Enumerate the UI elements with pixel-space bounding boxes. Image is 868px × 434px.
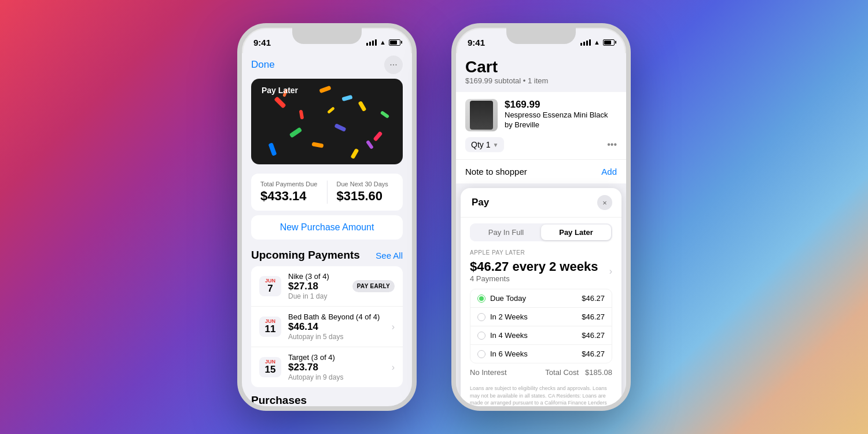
pay-full-option[interactable]: Pay In Full — [471, 225, 541, 240]
more-icon: ··· — [389, 60, 397, 70]
payment-item-target[interactable]: JUN 15 Target (3 of 4) $23.78 Autopay in… — [251, 347, 403, 387]
purchases-section: Purchases — [242, 387, 412, 406]
status-bar-1: 9:41 ▲ — [242, 28, 412, 53]
signal-icon-2 — [580, 39, 591, 46]
payment-item-nike[interactable]: JUN 7 Nike (3 of 4) $27.18 Due in 1 day … — [251, 266, 403, 307]
chevron-right-icon: › — [392, 322, 395, 332]
battery-icon — [389, 39, 400, 46]
cart-item-section: $169.99 Nespresso Essenza Mini Black by … — [456, 92, 626, 159]
nav-bar: Done ··· — [242, 53, 412, 79]
qty-selector[interactable]: Qty 1 ▼ — [465, 137, 504, 152]
pay-later-option[interactable]: Pay Later — [541, 225, 611, 240]
wifi-icon-2: ▲ — [594, 39, 600, 46]
card-logo-text: Pay Later — [262, 86, 298, 95]
payment-info-bbb: Bed Bath & Beyond (4 of 4) $46.14 Autopa… — [288, 312, 385, 341]
done-button[interactable]: Done — [251, 59, 275, 71]
phone1-content: Done ··· Pay Later Total Payments Due $4… — [242, 53, 412, 406]
payment-amount: $23.78 — [288, 362, 385, 373]
nespresso-product-icon — [470, 101, 493, 130]
card-logo: Pay Later — [259, 86, 298, 95]
schedule-amount-0: $46.27 — [582, 294, 605, 303]
payment-mode-selector[interactable]: Pay In Full Pay Later — [470, 223, 612, 241]
schedule-label-2: In 4 Weeks — [490, 331, 577, 340]
date-badge-target: JUN 15 — [259, 357, 281, 377]
purchases-title: Purchases — [251, 394, 403, 406]
schedule-amount-2: $46.27 — [582, 331, 605, 340]
cart-subtitle: $169.99 subtotal • 1 item — [465, 76, 617, 85]
note-section: Note to shopper Add — [456, 159, 626, 183]
merchant-name: Bed Bath & Beyond (4 of 4) — [288, 312, 385, 321]
radio-icon-3 — [477, 350, 486, 358]
confetti-piece — [327, 106, 335, 114]
new-purchase-button[interactable]: New Purchase Amount — [251, 215, 403, 240]
date-badge-nike: JUN 7 — [259, 276, 281, 296]
payment-sub: Autopay in 5 days — [288, 333, 385, 341]
plan-chevron-icon: › — [609, 266, 612, 277]
total-payments-label: Total Payments Due — [260, 181, 318, 187]
confetti-piece — [289, 127, 302, 138]
schedule-row-0: Due Today $46.27 — [470, 289, 612, 308]
status-icons: ▲ — [366, 39, 400, 46]
merchant-name: Nike (3 of 4) — [288, 272, 345, 281]
note-label: Note to shopper — [465, 167, 527, 176]
schedule-label-3: In 6 Weeks — [490, 350, 577, 358]
qty-chevron-icon: ▼ — [492, 142, 498, 148]
phone-1: 9:41 ▲ Done ··· Pay — [237, 23, 417, 411]
payment-schedule: Due Today $46.27 In 2 Weeks $46.27 In 4 … — [470, 289, 612, 363]
status-icons-2: ▲ — [580, 39, 615, 46]
radio-icon-1 — [477, 313, 486, 321]
note-add-button[interactable]: Add — [601, 167, 617, 176]
stat-divider — [327, 181, 328, 204]
item-brand: by Breville — [505, 120, 617, 130]
apple-pay-sheet: Pay × Pay In Full Pay Later APPLE PAY LA… — [461, 188, 621, 411]
item-price: $169.99 — [505, 99, 617, 111]
upcoming-payments-title: Upcoming Payments — [251, 249, 360, 262]
stats-section: Total Payments Due $433.14 Due Next 30 D… — [251, 174, 403, 211]
plan-count: 4 Payments — [470, 274, 598, 283]
phone-2: 9:41 ▲ Cart $169.99 subtotal • 1 item — [451, 23, 631, 411]
total-payments-value: $433.14 — [260, 189, 318, 204]
item-name: Nespresso Essenza Mini Black — [505, 111, 617, 120]
payment-plan[interactable]: $46.27 every 2 weeks 4 Payments › — [461, 256, 621, 289]
see-all-button[interactable]: See All — [376, 251, 403, 260]
cart-controls: Qty 1 ▼ ••• — [465, 137, 617, 152]
due-next-stat: Due Next 30 Days $315.60 — [337, 181, 394, 204]
product-image — [465, 99, 498, 131]
confetti-piece — [342, 94, 353, 101]
pay-early-button[interactable]: PAY EARLY — [352, 280, 395, 292]
item-more-icon[interactable]: ••• — [607, 139, 617, 150]
total-cost-row: No Interest Total Cost $185.08 — [461, 363, 621, 381]
payment-sub: Due in 1 day — [288, 292, 345, 300]
confetti-piece — [365, 140, 373, 150]
sheet-header: Pay × — [461, 188, 621, 218]
confetti-piece — [269, 143, 277, 156]
due-next-label: Due Next 30 Days — [337, 181, 394, 187]
close-button[interactable]: × — [597, 195, 612, 210]
payment-info-target: Target (3 of 4) $23.78 Autopay in 9 days — [288, 353, 385, 381]
confetti-piece — [358, 101, 367, 112]
qty-label: Qty 1 — [471, 140, 490, 149]
payment-list: JUN 7 Nike (3 of 4) $27.18 Due in 1 day … — [251, 266, 403, 387]
confetti-piece — [319, 86, 331, 93]
chevron-right-icon: › — [392, 362, 395, 373]
confetti-piece — [299, 110, 304, 120]
cart-title: Cart — [465, 58, 617, 76]
more-button[interactable]: ··· — [384, 56, 403, 74]
payment-item-bbb[interactable]: JUN 11 Bed Bath & Beyond (4 of 4) $46.14… — [251, 307, 403, 347]
phone2-content: Cart $169.99 subtotal • 1 item $169.99 N… — [456, 53, 626, 406]
plan-amount-text: $46.27 every 2 weeks — [470, 259, 598, 274]
radio-icon-2 — [477, 332, 486, 340]
schedule-row-2: In 4 Weeks $46.27 — [470, 326, 612, 345]
schedule-row-3: In 6 Weeks $46.27 — [470, 345, 612, 363]
date-day: 7 — [259, 284, 281, 295]
date-day: 15 — [259, 365, 281, 376]
upcoming-payments-header: Upcoming Payments See All — [242, 249, 412, 266]
payment-amount: $27.18 — [288, 281, 345, 292]
schedule-amount-3: $46.27 — [582, 350, 605, 358]
pay-text: Pay — [472, 197, 489, 208]
signal-icon — [366, 39, 377, 46]
battery-icon-2 — [603, 39, 615, 46]
schedule-row-1: In 2 Weeks $46.27 — [470, 308, 612, 326]
disclaimer-text: Loans are subject to eligibility checks … — [470, 385, 612, 411]
schedule-label-1: In 2 Weeks — [490, 312, 577, 321]
